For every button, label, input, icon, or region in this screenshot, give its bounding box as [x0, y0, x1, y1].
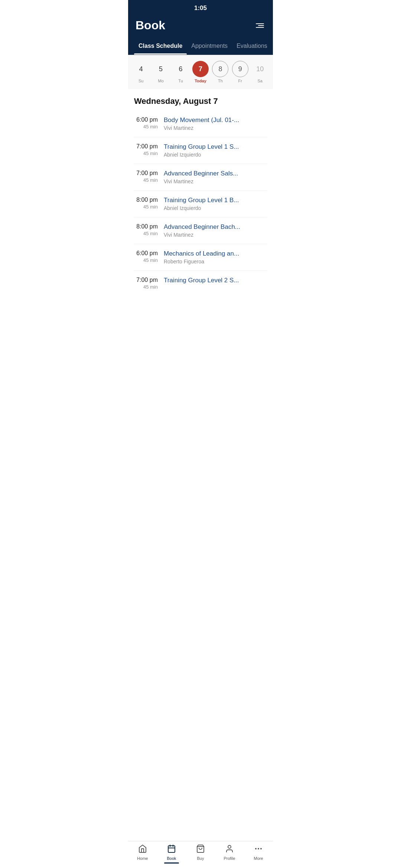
date-item-th[interactable]: 8 Th	[211, 61, 229, 83]
list-item[interactable]: 6:00 pm 45 min Body Movement (Jul. 01-..…	[134, 111, 267, 137]
date-item-su[interactable]: 4 Su	[132, 61, 150, 83]
filter-icon-line3	[256, 27, 264, 28]
class-info-3: Advanced Beginner Sals... Vivi Martinez	[164, 170, 267, 184]
date-number-10: 10	[252, 61, 268, 77]
date-number-9: 9	[232, 61, 248, 77]
more-icon	[254, 844, 263, 855]
class-time-2: 7:00 pm 45 min	[134, 143, 164, 156]
class-time-3: 7:00 pm 45 min	[134, 170, 164, 183]
date-picker: 4 Su 5 Mo 6 Tu 7 Today 8 Th 9 Fr 10 Sa	[128, 55, 273, 89]
date-item-fr[interactable]: 9 Fr	[231, 61, 249, 83]
content: Wednesday, August 7 6:00 pm 45 min Body …	[128, 89, 273, 296]
filter-icon-line2	[258, 25, 264, 26]
content-wrapper: Wednesday, August 7 6:00 pm 45 min Body …	[128, 89, 273, 325]
tabs-bar: Class Schedule Appointments Evaluations	[128, 38, 273, 55]
page-title: Book	[136, 19, 165, 32]
class-time-4: 8:00 pm 45 min	[134, 197, 164, 210]
date-number-6: 6	[173, 61, 189, 77]
svg-point-5	[228, 845, 231, 848]
list-item[interactable]: 8:00 pm 45 min Advanced Beginner Bach...…	[134, 217, 267, 244]
nav-item-more[interactable]: More	[245, 844, 271, 861]
class-info-4: Training Group Level 1 B... Abniel Izqui…	[164, 197, 267, 211]
nav-item-book[interactable]: Book	[159, 844, 185, 861]
status-bar: 1:05	[128, 0, 273, 15]
nav-item-buy[interactable]: Buy	[188, 844, 213, 861]
day-heading: Wednesday, August 7	[134, 89, 267, 111]
bottom-nav: Home Book Buy	[128, 841, 273, 868]
date-label-fr: Fr	[238, 79, 242, 83]
date-item-sa[interactable]: 10 Sa	[251, 61, 269, 83]
svg-point-6	[255, 848, 257, 849]
class-info-7: Training Group Level 2 S...	[164, 277, 267, 285]
list-item[interactable]: 7:00 pm 45 min Training Group Level 1 S.…	[134, 137, 267, 164]
class-list: 6:00 pm 45 min Body Movement (Jul. 01-..…	[134, 111, 267, 296]
class-info-1: Body Movement (Jul. 01-... Vivi Martinez	[164, 116, 267, 131]
home-icon	[138, 844, 147, 855]
nav-label-more: More	[254, 856, 263, 861]
header: Book	[128, 15, 273, 38]
date-number-8: 8	[212, 61, 228, 77]
date-number-4: 4	[133, 61, 149, 77]
class-time-6: 6:00 pm 45 min	[134, 250, 164, 263]
date-number-5: 5	[153, 61, 169, 77]
svg-rect-0	[168, 846, 175, 852]
filter-icon-line1	[256, 23, 264, 24]
date-item-today[interactable]: 7 Today	[192, 61, 209, 83]
date-item-mo[interactable]: 5 Mo	[152, 61, 170, 83]
list-item[interactable]: 8:00 pm 45 min Training Group Level 1 B.…	[134, 191, 267, 217]
tab-appointments[interactable]: Appointments	[187, 38, 232, 55]
class-info-2: Training Group Level 1 S... Abniel Izqui…	[164, 143, 267, 158]
status-time: 1:05	[194, 4, 207, 12]
date-label-su: Su	[138, 79, 143, 83]
book-icon	[167, 844, 176, 855]
nav-label-buy: Buy	[197, 856, 204, 861]
date-label-sa: Sa	[258, 79, 263, 83]
profile-icon	[225, 844, 234, 855]
list-item[interactable]: 7:00 pm 45 min Training Group Level 2 S.…	[134, 271, 267, 296]
date-label-th: Th	[218, 79, 223, 83]
nav-item-profile[interactable]: Profile	[216, 844, 242, 861]
date-label-today: Today	[195, 79, 206, 83]
svg-point-7	[258, 848, 259, 849]
svg-point-8	[260, 848, 262, 849]
class-time-7: 7:00 pm 45 min	[134, 277, 164, 290]
nav-label-home: Home	[137, 856, 148, 861]
tab-class-schedule[interactable]: Class Schedule	[134, 38, 187, 55]
class-time-5: 8:00 pm 45 min	[134, 223, 164, 236]
nav-label-book: Book	[167, 856, 176, 861]
list-item[interactable]: 7:00 pm 45 min Advanced Beginner Sals...…	[134, 164, 267, 191]
tab-evaluations[interactable]: Evaluations	[232, 38, 272, 55]
buy-icon	[196, 844, 205, 855]
class-info-5: Advanced Beginner Bach... Vivi Martinez	[164, 223, 267, 238]
date-label-tu: Tu	[178, 79, 183, 83]
filter-button[interactable]	[254, 22, 265, 29]
date-label-mo: Mo	[158, 79, 163, 83]
class-info-6: Mechanics of Leading an... Roberto Figue…	[164, 250, 267, 264]
class-time-1: 6:00 pm 45 min	[134, 116, 164, 129]
nav-label-profile: Profile	[224, 856, 235, 861]
nav-item-home[interactable]: Home	[130, 844, 156, 861]
date-number-7: 7	[192, 61, 209, 77]
date-item-tu[interactable]: 6 Tu	[172, 61, 190, 83]
list-item[interactable]: 6:00 pm 45 min Mechanics of Leading an..…	[134, 244, 267, 271]
